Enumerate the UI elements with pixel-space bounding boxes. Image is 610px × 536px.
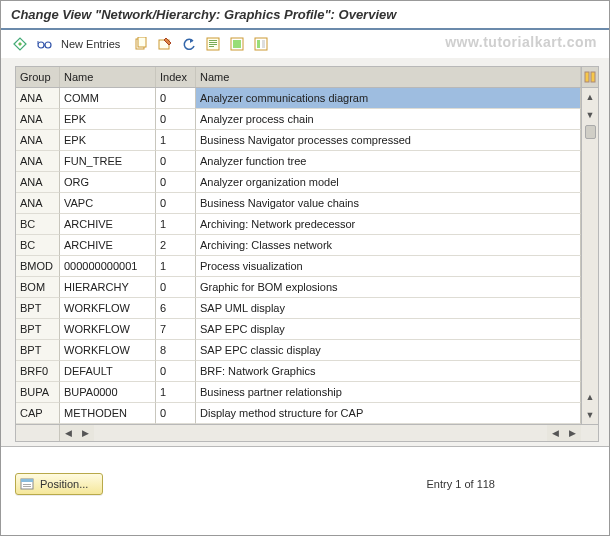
table-row[interactable]: ANACOMM0Analyzer communications diagram xyxy=(16,88,581,109)
cell-index[interactable]: 0 xyxy=(156,403,196,424)
cell-name2[interactable]: Business Navigator value chains xyxy=(196,193,581,214)
cell-name2[interactable]: SAP UML display xyxy=(196,298,581,319)
cell-name1[interactable]: COMM xyxy=(60,88,156,109)
col-header-group[interactable]: Group xyxy=(16,67,60,87)
select-all-icon[interactable] xyxy=(228,35,246,53)
table-row[interactable]: BMOD0000000000011Process visualization xyxy=(16,256,581,277)
cell-name1[interactable]: EPK xyxy=(60,109,156,130)
cell-group[interactable]: BMOD xyxy=(16,256,60,277)
cell-name1[interactable]: WORKFLOW xyxy=(60,340,156,361)
table-row[interactable]: BOMHIERARCHY0Graphic for BOM explosions xyxy=(16,277,581,298)
cell-name2[interactable]: Analyzer process chain xyxy=(196,109,581,130)
cell-group[interactable]: BRF0 xyxy=(16,361,60,382)
cell-name2[interactable]: Graphic for BOM explosions xyxy=(196,277,581,298)
scroll-up-arrow[interactable]: ▲ xyxy=(582,88,598,106)
cell-name1[interactable]: ARCHIVE xyxy=(60,214,156,235)
cell-name2[interactable]: Business partner relationship xyxy=(196,382,581,403)
hscroll-right2[interactable]: ▶ xyxy=(564,425,581,441)
cell-name1[interactable]: 000000000001 xyxy=(60,256,156,277)
table-row[interactable]: ANAFUN_TREE0Analyzer function tree xyxy=(16,151,581,172)
table-row[interactable]: ANAEPK0Analyzer process chain xyxy=(16,109,581,130)
cell-name1[interactable]: BUPA0000 xyxy=(60,382,156,403)
position-button[interactable]: Position... xyxy=(15,473,103,495)
table-row[interactable]: ANAEPK1Business Navigator processes comp… xyxy=(16,130,581,151)
cell-name2[interactable]: Archiving: Classes network xyxy=(196,235,581,256)
cell-group[interactable]: ANA xyxy=(16,151,60,172)
cell-name1[interactable]: DEFAULT xyxy=(60,361,156,382)
cell-name1[interactable]: EPK xyxy=(60,130,156,151)
hscroll-left[interactable]: ◀ xyxy=(60,425,77,441)
cell-name1[interactable]: WORKFLOW xyxy=(60,298,156,319)
cell-index[interactable]: 0 xyxy=(156,193,196,214)
cell-group[interactable]: ANA xyxy=(16,130,60,151)
hscroll-right[interactable]: ▶ xyxy=(77,425,94,441)
table-row[interactable]: CAPMETHODEN0Display method structure for… xyxy=(16,403,581,424)
cell-name2[interactable]: Process visualization xyxy=(196,256,581,277)
cell-index[interactable]: 1 xyxy=(156,214,196,235)
cell-name1[interactable]: HIERARCHY xyxy=(60,277,156,298)
new-entries-button[interactable]: New Entries xyxy=(59,38,126,50)
col-header-name2[interactable]: Name xyxy=(196,67,581,87)
cell-name1[interactable]: FUN_TREE xyxy=(60,151,156,172)
hscroll-left2[interactable]: ◀ xyxy=(547,425,564,441)
copy-icon[interactable] xyxy=(132,35,150,53)
cell-index[interactable]: 0 xyxy=(156,88,196,109)
cell-name2[interactable]: Business Navigator processes compressed xyxy=(196,130,581,151)
cell-group[interactable]: ANA xyxy=(16,172,60,193)
scroll-down-arrow[interactable]: ▼ xyxy=(582,106,598,124)
cell-group[interactable]: BUPA xyxy=(16,382,60,403)
cell-name1[interactable]: WORKFLOW xyxy=(60,319,156,340)
cell-index[interactable]: 7 xyxy=(156,319,196,340)
cell-name2[interactable]: Analyzer function tree xyxy=(196,151,581,172)
col-header-name1[interactable]: Name xyxy=(60,67,156,87)
cell-name2[interactable]: Archiving: Network predecessor xyxy=(196,214,581,235)
cell-group[interactable]: BC xyxy=(16,235,60,256)
glasses-icon[interactable] xyxy=(35,35,53,53)
cell-index[interactable]: 0 xyxy=(156,151,196,172)
cell-index[interactable]: 0 xyxy=(156,277,196,298)
cell-group[interactable]: ANA xyxy=(16,109,60,130)
scroll-thumb[interactable] xyxy=(585,125,596,139)
cell-index[interactable]: 6 xyxy=(156,298,196,319)
cell-index[interactable]: 0 xyxy=(156,172,196,193)
table-row[interactable]: ANAORG0Analyzer organization model xyxy=(16,172,581,193)
cell-group[interactable]: BPT xyxy=(16,298,60,319)
scroll-down-arrow-bottom[interactable]: ▼ xyxy=(582,406,598,424)
scroll-up-arrow-bottom[interactable]: ▲ xyxy=(582,388,598,406)
table-row[interactable]: BRF0DEFAULT0BRF: Natwork Graphics xyxy=(16,361,581,382)
table-row[interactable]: BCARCHIVE1Archiving: Network predecessor xyxy=(16,214,581,235)
cell-name2[interactable]: SAP EPC classic display xyxy=(196,340,581,361)
cell-index[interactable]: 1 xyxy=(156,382,196,403)
cell-index[interactable]: 2 xyxy=(156,235,196,256)
table-row[interactable]: BPTWORKFLOW6SAP UML display xyxy=(16,298,581,319)
cell-name2[interactable]: SAP EPC display xyxy=(196,319,581,340)
cell-group[interactable]: BC xyxy=(16,214,60,235)
table-row[interactable]: ANAVAPC0Business Navigator value chains xyxy=(16,193,581,214)
save-icon[interactable] xyxy=(204,35,222,53)
cell-group[interactable]: ANA xyxy=(16,88,60,109)
cell-name1[interactable]: ARCHIVE xyxy=(60,235,156,256)
cell-name1[interactable]: METHODEN xyxy=(60,403,156,424)
cell-index[interactable]: 8 xyxy=(156,340,196,361)
cell-group[interactable]: ANA xyxy=(16,193,60,214)
toggle-icon[interactable] xyxy=(11,35,29,53)
configure-columns-icon[interactable] xyxy=(582,67,598,88)
cell-name2[interactable]: BRF: Natwork Graphics xyxy=(196,361,581,382)
col-header-index[interactable]: Index xyxy=(156,67,196,87)
cell-name2[interactable]: Analyzer communications diagram xyxy=(196,88,581,109)
table-row[interactable]: BPTWORKFLOW7SAP EPC display xyxy=(16,319,581,340)
undo-icon[interactable] xyxy=(180,35,198,53)
table-row[interactable]: BUPABUPA00001Business partner relationsh… xyxy=(16,382,581,403)
cell-group[interactable]: BPT xyxy=(16,340,60,361)
table-row[interactable]: BCARCHIVE2Archiving: Classes network xyxy=(16,235,581,256)
change-icon[interactable] xyxy=(156,35,174,53)
cell-group[interactable]: BPT xyxy=(16,319,60,340)
cell-group[interactable]: CAP xyxy=(16,403,60,424)
cell-index[interactable]: 0 xyxy=(156,109,196,130)
cell-group[interactable]: BOM xyxy=(16,277,60,298)
deselect-all-icon[interactable] xyxy=(252,35,270,53)
cell-name2[interactable]: Display method structure for CAP xyxy=(196,403,581,424)
cell-index[interactable]: 1 xyxy=(156,256,196,277)
cell-index[interactable]: 1 xyxy=(156,130,196,151)
cell-name2[interactable]: Analyzer organization model xyxy=(196,172,581,193)
